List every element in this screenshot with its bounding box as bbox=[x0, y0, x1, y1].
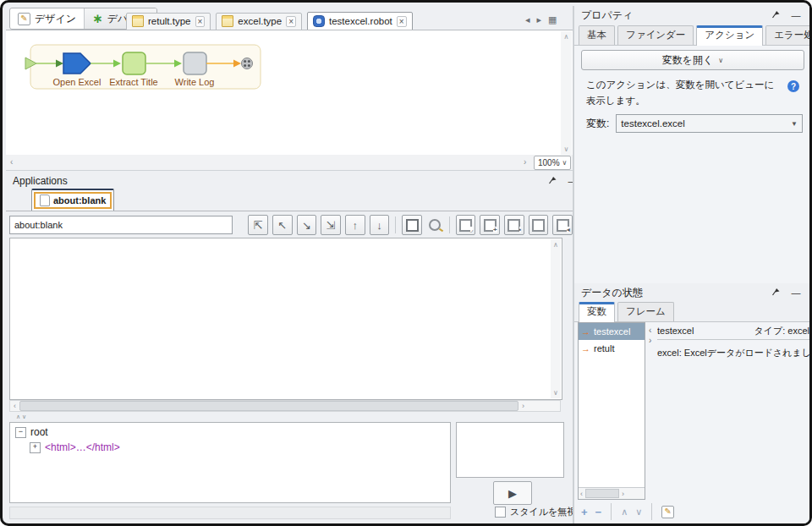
float-panel-icon[interactable] bbox=[769, 288, 782, 298]
tab-finder[interactable]: ファインダー bbox=[617, 25, 694, 45]
window-stack-icon[interactable] bbox=[529, 215, 549, 235]
applications-panel-title: Applications bbox=[13, 175, 68, 187]
tab-error-handling[interactable]: エラー処理 bbox=[765, 25, 812, 45]
robot-flow-canvas[interactable]: Open Excel Extract Title Write Log ∧ ∨ bbox=[6, 30, 573, 156]
remove-variable-icon[interactable]: − bbox=[595, 507, 602, 518]
ignore-styles-label: スタイルを無視 bbox=[510, 506, 576, 518]
search-icon[interactable] bbox=[426, 219, 443, 231]
collapse-icon[interactable]: − bbox=[15, 427, 26, 438]
page-source-icon[interactable] bbox=[402, 215, 422, 235]
variable-list[interactable]: → testexcel → retult ‹ › bbox=[578, 322, 645, 500]
splitter-down-icon[interactable]: ∨ bbox=[22, 414, 26, 419]
data-state-tab-bar: 変数 フレーム bbox=[574, 302, 809, 322]
run-step-button[interactable]: ▶ bbox=[493, 481, 532, 505]
variable-detail-message: excel: Excelデータがロードされました (*.x bbox=[657, 347, 809, 359]
close-window-icon[interactable]: ▪ bbox=[504, 215, 524, 235]
zoom-level-value: 100% bbox=[538, 158, 560, 167]
applications-tab-strip: about:blank bbox=[6, 189, 573, 211]
tree-node-root[interactable]: − root bbox=[15, 426, 445, 438]
tab-list-icon[interactable]: ▦ bbox=[548, 14, 557, 25]
tab-prev-icon[interactable]: ◂ bbox=[525, 14, 530, 25]
nav-back-icon[interactable]: ↖ bbox=[272, 215, 293, 235]
variable-item-retult[interactable]: → retult bbox=[579, 340, 645, 357]
tab-excel-type[interactable]: excel.type × bbox=[216, 13, 302, 30]
tree-node-html[interactable]: + <html>…</html> bbox=[15, 441, 445, 453]
tab-action[interactable]: アクション bbox=[696, 25, 763, 46]
tab-frames[interactable]: フレーム bbox=[617, 302, 674, 321]
zoom-level-dropdown[interactable]: 100% ∨ bbox=[534, 156, 571, 170]
canvas-vertical-scrollbar[interactable]: ∧ ∨ bbox=[561, 31, 572, 155]
inspect-window-icon[interactable]: ◂ bbox=[552, 215, 573, 235]
scroll-up-icon[interactable]: ∧ bbox=[551, 241, 561, 249]
scroll-left-icon[interactable]: ‹ bbox=[580, 490, 583, 498]
scrollbar-thumb[interactable] bbox=[19, 401, 518, 411]
variable-item-testexcel[interactable]: → testexcel bbox=[579, 323, 645, 340]
design-mode-button[interactable]: ✎ デザイン bbox=[10, 8, 84, 29]
nav-up-icon[interactable]: ↑ bbox=[345, 215, 365, 235]
nav-down-icon[interactable]: ↓ bbox=[370, 215, 390, 235]
float-panel-icon[interactable] bbox=[769, 10, 782, 20]
scroll-right-icon[interactable]: › bbox=[522, 402, 524, 410]
properties-panel-title: プロパティ bbox=[581, 8, 633, 23]
minimize-panel-icon[interactable]: — bbox=[789, 288, 803, 298]
help-icon[interactable]: ? bbox=[787, 80, 799, 92]
flow-step-label: Open Excel bbox=[53, 77, 102, 87]
move-down-icon[interactable]: ∨ bbox=[635, 507, 642, 518]
close-icon[interactable]: × bbox=[286, 16, 296, 27]
float-panel-icon[interactable] bbox=[546, 176, 559, 186]
dom-tree-panel[interactable]: − root + <html>…</html> bbox=[9, 422, 451, 503]
checkbox-icon[interactable] bbox=[495, 507, 506, 518]
open-variable-button[interactable]: 変数を開く ∨ bbox=[581, 50, 804, 70]
scroll-down-icon[interactable]: ∨ bbox=[561, 145, 572, 153]
minimize-panel-icon[interactable]: — bbox=[789, 10, 803, 20]
action-description: このアクションは、変数を開いてビューに表示します。 bbox=[586, 77, 776, 109]
edit-variable-icon[interactable]: ✎ bbox=[661, 506, 674, 518]
tab-basic[interactable]: 基本 bbox=[579, 25, 615, 45]
nav-back-to-start-icon[interactable]: ⇱ bbox=[248, 215, 268, 235]
scrollbar-thumb[interactable] bbox=[585, 489, 619, 498]
canvas-horizontal-scrollbar[interactable]: ‹ › 100% ∨ bbox=[6, 155, 573, 171]
browser-vertical-scrollbar[interactable]: ∧ ∨ bbox=[551, 239, 561, 398]
scroll-up-icon[interactable]: ∧ bbox=[561, 33, 572, 41]
app-window: ✎ デザイン ∗ デバッグ retult.type × excel.type ×… bbox=[0, 0, 812, 526]
collapse-left-icon[interactable]: ‹ bbox=[649, 326, 651, 336]
variable-list-scrollbar[interactable]: ‹ › bbox=[579, 487, 645, 499]
properties-tab-bar: 基本 ファインダー アクション エラー処理 bbox=[574, 25, 809, 46]
move-up-icon[interactable]: ∧ bbox=[621, 507, 628, 518]
browser-horizontal-scrollbar[interactable]: ‹ › bbox=[9, 400, 561, 412]
applications-panel-header: Applications — bbox=[6, 172, 586, 190]
expand-icon[interactable]: + bbox=[30, 442, 41, 453]
tab-label: excel.type bbox=[238, 16, 282, 26]
element-preview-box bbox=[456, 422, 564, 478]
close-icon[interactable]: × bbox=[195, 16, 206, 27]
add-variable-icon[interactable]: + bbox=[581, 507, 588, 518]
scroll-right-icon[interactable]: › bbox=[622, 490, 624, 498]
tab-next-icon[interactable]: ▸ bbox=[537, 14, 542, 25]
add-window-icon[interactable]: + bbox=[480, 215, 500, 235]
new-window-icon[interactable]: ◞ bbox=[456, 215, 476, 235]
variable-name: testexcel bbox=[594, 326, 630, 337]
nav-forward-icon[interactable]: ↘ bbox=[297, 215, 317, 235]
browser-toolbar: ⇱ ↖ ↘ ⇲ ↑ ↓ ◞ + ▪ ◂ bbox=[6, 212, 573, 238]
scroll-down-icon[interactable]: ∨ bbox=[551, 389, 561, 397]
variable-select[interactable]: testexcel.excel ▼ bbox=[616, 114, 803, 133]
ignore-styles-checkbox[interactable]: スタイルを無視 bbox=[495, 506, 576, 518]
scroll-left-icon[interactable]: ‹ bbox=[10, 157, 13, 167]
scroll-right-icon[interactable]: › bbox=[524, 157, 526, 167]
scroll-left-icon[interactable]: ‹ bbox=[14, 402, 16, 410]
panel-splitter[interactable]: ∧ ∨ bbox=[6, 414, 573, 421]
tab-testexcel-robot[interactable]: testexcel.robot × bbox=[307, 12, 413, 30]
data-state-panel-header: データの状態 — bbox=[574, 283, 809, 302]
browser-view[interactable]: ∧ ∨ bbox=[9, 238, 562, 400]
tab-retult-type[interactable]: retult.type × bbox=[126, 13, 211, 30]
nav-forward-to-end-icon[interactable]: ⇲ bbox=[321, 215, 341, 235]
status-strip bbox=[9, 507, 451, 519]
collapse-right-icon[interactable]: › bbox=[649, 336, 651, 346]
type-file-icon bbox=[222, 15, 233, 27]
address-input[interactable] bbox=[9, 216, 233, 234]
right-panel-column: プロパティ — 基本 ファインダー アクション エラー処理 変数を開く ∨ この… bbox=[574, 6, 809, 523]
tab-about-blank[interactable]: about:blank bbox=[31, 189, 114, 211]
close-icon[interactable]: × bbox=[397, 16, 407, 27]
splitter-up-icon[interactable]: ∧ bbox=[16, 414, 20, 419]
tab-variables[interactable]: 変数 bbox=[579, 302, 615, 322]
